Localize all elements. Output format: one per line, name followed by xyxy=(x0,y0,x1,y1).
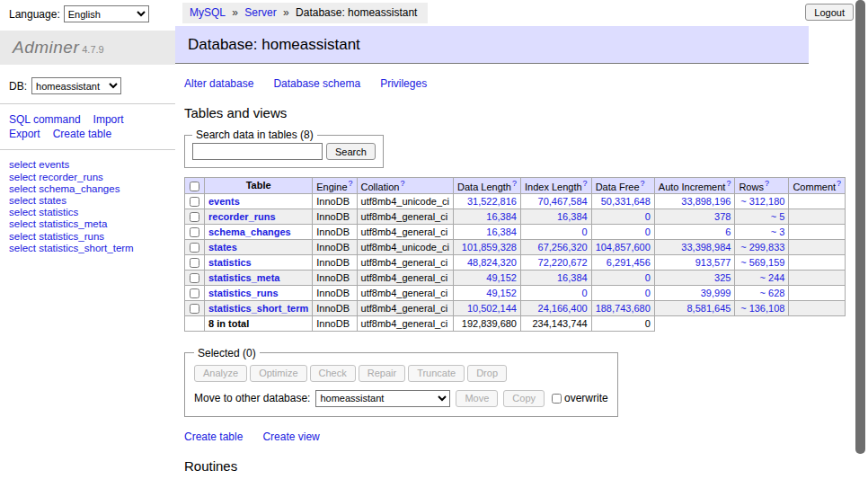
auto-increment-link[interactable]: 378 xyxy=(714,211,731,222)
data-free-link[interactable]: 0 xyxy=(645,226,651,237)
table-name-link[interactable]: states xyxy=(208,242,237,253)
table-name-link[interactable]: recorder_runs xyxy=(208,211,276,222)
help-link[interactable]: ? xyxy=(400,179,404,188)
table-link[interactable]: statistics_meta xyxy=(39,218,107,229)
auto-increment-link[interactable]: 325 xyxy=(714,272,731,283)
row-checkbox[interactable] xyxy=(190,258,199,268)
select-link[interactable]: select xyxy=(9,195,36,206)
drop-button[interactable]: Drop xyxy=(467,365,507,382)
table-link[interactable]: events xyxy=(39,159,69,170)
rows-link[interactable]: ~ 5 xyxy=(771,211,785,222)
move-db-select[interactable]: homeassistant xyxy=(315,390,450,407)
data-length-link[interactable]: 31,522,816 xyxy=(467,196,517,207)
data-free-link[interactable]: 0 xyxy=(645,288,651,298)
rows-link[interactable]: ~ 569,159 xyxy=(740,257,784,268)
auto-increment-link[interactable]: 33,898,196 xyxy=(681,196,731,207)
data-free-link[interactable]: 50,331,648 xyxy=(601,196,651,207)
select-link[interactable]: select xyxy=(9,207,36,217)
check-button[interactable]: Check xyxy=(310,365,356,382)
table-name-link[interactable]: statistics_short_term xyxy=(208,303,308,314)
data-free-link[interactable]: 6,291,456 xyxy=(607,257,651,268)
repair-button[interactable]: Repair xyxy=(359,365,405,382)
database-action-link[interactable]: Privileges xyxy=(380,77,427,90)
search-button[interactable]: Search xyxy=(326,143,376,160)
data-length-link[interactable]: 101,859,328 xyxy=(462,242,517,253)
overwrite-checkbox[interactable] xyxy=(552,394,562,404)
row-checkbox[interactable] xyxy=(190,288,199,298)
row-checkbox[interactable] xyxy=(190,197,199,207)
auto-increment-link[interactable]: 6 xyxy=(725,226,731,237)
select-link[interactable]: select xyxy=(9,172,36,182)
index-length-link[interactable]: 16,384 xyxy=(557,272,588,283)
sidebar-menu-link[interactable]: Create table xyxy=(53,128,111,140)
breadcrumb-link[interactable]: MySQL xyxy=(190,6,226,19)
move-button[interactable]: Move xyxy=(456,390,498,407)
select-link[interactable]: select xyxy=(9,183,36,194)
select-link[interactable]: select xyxy=(9,218,36,229)
create-link[interactable]: Create table xyxy=(184,430,243,443)
data-length-link[interactable]: 16,384 xyxy=(486,211,517,222)
scrollbar-track[interactable] xyxy=(855,0,868,488)
breadcrumb-link[interactable]: Server xyxy=(244,6,276,19)
index-length-link[interactable]: 0 xyxy=(582,288,588,298)
table-name-link[interactable]: schema_changes xyxy=(208,226,291,237)
row-checkbox[interactable] xyxy=(190,273,199,283)
index-length-link[interactable]: 67,256,320 xyxy=(538,242,588,253)
row-checkbox[interactable] xyxy=(190,227,199,237)
table-link[interactable]: statistics_runs xyxy=(39,231,104,242)
table-link[interactable]: statistics xyxy=(39,207,78,217)
table-name-link[interactable]: statistics_runs xyxy=(208,288,279,298)
data-free-link[interactable]: 0 xyxy=(645,211,651,222)
db-select[interactable]: homeassistant xyxy=(31,77,121,94)
row-checkbox[interactable] xyxy=(190,212,199,222)
rows-link[interactable]: ~ 3 xyxy=(771,226,785,237)
rows-link[interactable]: ~ 628 xyxy=(760,288,785,298)
index-length-link[interactable]: 16,384 xyxy=(557,211,588,222)
optimize-button[interactable]: Optimize xyxy=(250,365,306,382)
data-free-link[interactable]: 188,743,680 xyxy=(596,303,651,314)
auto-increment-link[interactable]: 33,398,984 xyxy=(681,242,731,253)
help-link[interactable]: ? xyxy=(726,179,731,188)
data-free-link[interactable]: 0 xyxy=(645,272,651,283)
data-free-link[interactable]: 104,857,600 xyxy=(596,242,651,253)
help-link[interactable]: ? xyxy=(512,179,517,188)
copy-button[interactable]: Copy xyxy=(503,390,545,407)
table-link[interactable]: states xyxy=(39,195,66,206)
sidebar-menu-link[interactable]: SQL command xyxy=(9,113,81,126)
data-length-link[interactable]: 16,384 xyxy=(486,226,517,237)
search-input[interactable] xyxy=(192,143,323,160)
database-action-link[interactable]: Alter database xyxy=(184,77,253,90)
truncate-button[interactable]: Truncate xyxy=(408,365,465,382)
data-length-link[interactable]: 10,502,144 xyxy=(467,303,517,314)
data-length-link[interactable]: 48,824,320 xyxy=(467,257,517,268)
auto-increment-link[interactable]: 913,577 xyxy=(695,257,731,268)
database-action-link[interactable]: Database schema xyxy=(273,77,360,90)
help-link[interactable]: ? xyxy=(765,179,769,188)
table-link[interactable]: recorder_runs xyxy=(39,172,103,182)
rows-link[interactable]: ~ 244 xyxy=(760,272,785,283)
row-checkbox[interactable] xyxy=(190,304,199,314)
help-link[interactable]: ? xyxy=(837,179,841,188)
sidebar-menu-link[interactable]: Import xyxy=(93,113,124,126)
help-link[interactable]: ? xyxy=(349,179,353,188)
select-all-checkbox[interactable] xyxy=(190,182,199,191)
help-link[interactable]: ? xyxy=(641,179,645,188)
select-link[interactable]: select xyxy=(9,243,36,253)
data-length-link[interactable]: 49,152 xyxy=(486,272,517,283)
index-length-link[interactable]: 0 xyxy=(582,226,588,237)
table-name-link[interactable]: statistics_meta xyxy=(208,272,280,283)
table-link[interactable]: statistics_short_term xyxy=(39,243,133,253)
data-length-link[interactable]: 49,152 xyxy=(486,288,517,298)
table-name-link[interactable]: events xyxy=(208,196,240,207)
sidebar-menu-link[interactable]: Export xyxy=(9,128,40,140)
select-link[interactable]: select xyxy=(9,231,36,242)
index-length-link[interactable]: 70,467,584 xyxy=(538,196,588,207)
language-select[interactable]: English xyxy=(64,5,149,22)
scrollbar-thumb[interactable] xyxy=(855,0,865,454)
help-link[interactable]: ? xyxy=(583,179,588,188)
row-checkbox[interactable] xyxy=(190,243,199,253)
auto-increment-link[interactable]: 39,999 xyxy=(701,288,731,298)
auto-increment-link[interactable]: 8,581,645 xyxy=(686,303,731,314)
rows-link[interactable]: ~ 312,180 xyxy=(740,196,784,207)
logout-button[interactable]: Logout xyxy=(805,4,854,21)
